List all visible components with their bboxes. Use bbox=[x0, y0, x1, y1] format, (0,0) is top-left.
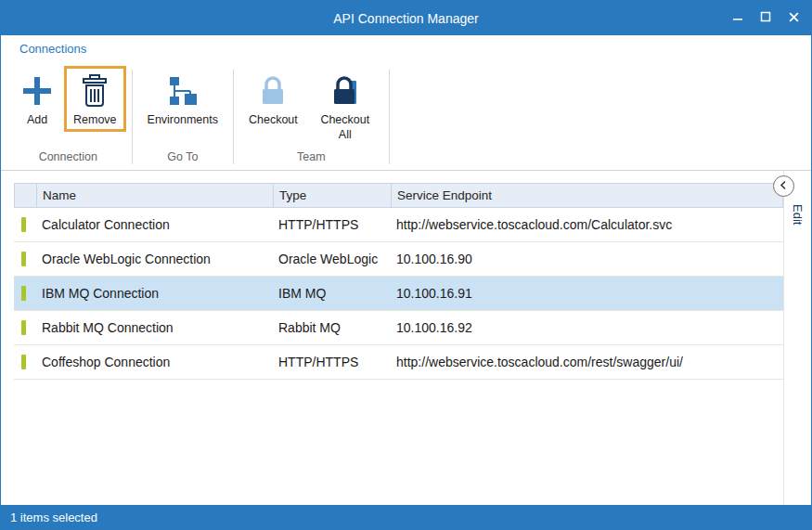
row-type: HTTP/HTTPS bbox=[273, 355, 391, 369]
ribbon-separator bbox=[132, 70, 133, 164]
header-type[interactable]: Type bbox=[274, 184, 392, 207]
checkout-all-button-label: Checkout All bbox=[316, 113, 374, 142]
edit-side-panel: Edit bbox=[783, 171, 811, 505]
environments-button-label: Environments bbox=[148, 113, 218, 128]
group-label-team: Team bbox=[239, 147, 383, 170]
status-indicator bbox=[21, 217, 26, 232]
checkout-button-label: Checkout bbox=[249, 113, 298, 128]
close-button[interactable] bbox=[780, 1, 807, 35]
main-content: Name Type Service Endpoint Calculator Co… bbox=[1, 171, 811, 505]
row-name: Calculator Connection bbox=[36, 217, 273, 232]
row-endpoint: http://webservice.toscacloud.com/rest/sw… bbox=[391, 355, 783, 369]
tab-connections[interactable]: Connections bbox=[19, 42, 86, 56]
ribbon-tab-row: Connections bbox=[1, 35, 811, 62]
ribbon-separator bbox=[233, 70, 234, 164]
plus-icon bbox=[19, 71, 55, 110]
row-name: Rabbit MQ Connection bbox=[36, 320, 273, 335]
remove-highlight-box: Remove bbox=[64, 66, 126, 132]
window: API Connection Manager Connections bbox=[0, 0, 812, 530]
status-bar: 1 items selected bbox=[1, 505, 811, 529]
connections-table: Name Type Service Endpoint Calculator Co… bbox=[1, 171, 783, 505]
remove-button[interactable]: Remove bbox=[67, 69, 123, 129]
window-controls bbox=[724, 1, 807, 35]
table-body: Calculator Connection HTTP/HTTPS http://… bbox=[14, 208, 783, 380]
status-indicator bbox=[21, 355, 26, 369]
status-indicator bbox=[21, 286, 26, 301]
edit-panel-tab[interactable]: Edit bbox=[791, 204, 805, 225]
table-header: Name Type Service Endpoint bbox=[14, 183, 783, 208]
ribbon-separator bbox=[389, 70, 390, 164]
row-endpoint: http://webservice.toscacloud.com/Calcula… bbox=[391, 217, 783, 232]
ribbon: Add bbox=[1, 62, 811, 171]
row-endpoint: 10.100.16.92 bbox=[391, 320, 783, 335]
table-row[interactable]: Rabbit MQ Connection Rabbit MQ 10.100.16… bbox=[14, 311, 783, 345]
chevron-left-icon bbox=[777, 178, 791, 195]
lock-icon-light bbox=[257, 71, 289, 110]
checkout-button[interactable]: Checkout bbox=[239, 66, 307, 132]
row-type: Oracle WebLogic bbox=[273, 252, 391, 266]
remove-button-label: Remove bbox=[73, 113, 117, 128]
row-endpoint: 10.100.16.91 bbox=[391, 286, 783, 301]
add-button-label: Add bbox=[27, 113, 47, 128]
row-name: Coffeshop Connection bbox=[36, 355, 273, 369]
add-button[interactable]: Add bbox=[10, 66, 64, 132]
row-name: IBM MQ Connection bbox=[36, 286, 273, 301]
table-row[interactable]: Coffeshop Connection HTTP/HTTPS http://w… bbox=[14, 345, 783, 380]
ribbon-group-goto: Environments Go To bbox=[138, 66, 227, 170]
expand-panel-button[interactable] bbox=[773, 175, 794, 197]
minimize-icon bbox=[732, 11, 743, 25]
trash-icon bbox=[78, 71, 111, 110]
status-text: 1 items selected bbox=[10, 511, 97, 524]
row-endpoint: 10.100.16.90 bbox=[391, 252, 783, 266]
checkout-all-button[interactable]: Checkout All bbox=[307, 66, 383, 146]
row-type: IBM MQ bbox=[273, 286, 391, 301]
minimize-button[interactable] bbox=[724, 1, 752, 35]
header-indicator-column bbox=[15, 184, 37, 207]
group-label-goto: Go To bbox=[138, 147, 227, 170]
table-row[interactable]: Oracle WebLogic Connection Oracle WebLog… bbox=[14, 242, 783, 277]
ribbon-group-connection: Add bbox=[10, 66, 126, 170]
row-name: Oracle WebLogic Connection bbox=[36, 252, 273, 266]
status-indicator bbox=[21, 252, 26, 266]
title-bar: API Connection Manager bbox=[1, 1, 811, 35]
header-name[interactable]: Name bbox=[37, 184, 274, 207]
row-type: HTTP/HTTPS bbox=[273, 217, 391, 232]
maximize-icon bbox=[760, 11, 771, 25]
lock-icon-dark bbox=[329, 71, 361, 110]
table-row[interactable]: Calculator Connection HTTP/HTTPS http://… bbox=[14, 208, 783, 242]
row-type: Rabbit MQ bbox=[273, 320, 391, 335]
status-indicator bbox=[21, 320, 26, 335]
sitemap-icon bbox=[165, 71, 200, 110]
window-title: API Connection Manager bbox=[1, 11, 811, 26]
maximize-button[interactable] bbox=[752, 1, 780, 35]
close-icon bbox=[788, 11, 800, 26]
environments-button[interactable]: Environments bbox=[138, 66, 227, 132]
table-row[interactable]: IBM MQ Connection IBM MQ 10.100.16.91 bbox=[14, 277, 783, 311]
header-service-endpoint[interactable]: Service Endpoint bbox=[392, 184, 782, 207]
ribbon-group-team: Checkout Checkout All Team bbox=[239, 66, 383, 170]
group-label-connection: Connection bbox=[10, 147, 126, 170]
